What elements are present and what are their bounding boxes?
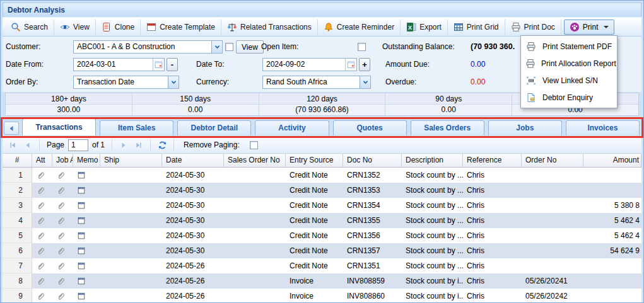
combo-chevron-icon[interactable]	[211, 41, 222, 53]
column-header[interactable]: Att	[32, 154, 52, 167]
memo-icon[interactable]	[73, 258, 100, 273]
toolbar-button[interactable]: Print Doc	[505, 20, 561, 35]
table-row[interactable]: 2 2024-05-30 Credit Note CRN1353 Stock c…	[3, 183, 641, 198]
memo-icon[interactable]	[73, 183, 100, 198]
column-header[interactable]: Amount	[583, 154, 641, 167]
paperclip-icon[interactable]	[32, 243, 52, 258]
toolbar-button[interactable]: Search	[5, 20, 54, 35]
first-page-button[interactable]	[6, 139, 20, 151]
tab[interactable]: Activity	[255, 120, 329, 135]
paperclip-icon[interactable]	[52, 198, 73, 213]
column-header[interactable]: Description	[402, 154, 463, 167]
remove-paging-checkbox[interactable]	[250, 141, 258, 149]
currency-value: Rand South Africa	[263, 76, 360, 88]
table-row[interactable]: 9 2024-05-26 Invoice INV808860 Stock cou…	[3, 289, 641, 302]
toolbar-button[interactable]: Related Transactions	[221, 20, 318, 35]
aging-bucket-value: 0.00	[132, 105, 259, 115]
refresh-button[interactable]	[155, 139, 169, 151]
paperclip-icon[interactable]	[52, 213, 73, 228]
memo-icon[interactable]	[73, 168, 100, 183]
paperclip-icon[interactable]	[52, 183, 73, 198]
tab[interactable]: Item Sales	[100, 120, 173, 135]
open-item-checkbox[interactable]	[358, 43, 366, 51]
tab[interactable]: Jobs	[488, 120, 562, 135]
toolbar-button[interactable]: View	[54, 20, 96, 35]
toolbar-button[interactable]: Print Grid	[448, 20, 505, 35]
paperclip-icon[interactable]	[52, 168, 73, 183]
calendar-icon[interactable]	[345, 59, 356, 71]
tab[interactable]: Sales Orders	[411, 120, 484, 135]
column-header[interactable]: Ship	[100, 154, 162, 167]
calendar-icon[interactable]	[153, 59, 164, 71]
currency-combobox[interactable]: Rand South Africa	[262, 76, 371, 89]
column-header[interactable]: #	[3, 154, 32, 167]
table-row[interactable]: 8 2024-05-26 Invoice INV808859 Stock cou…	[3, 273, 641, 289]
column-header[interactable]: Sales Order No	[224, 154, 286, 167]
memo-icon[interactable]	[73, 289, 100, 302]
column-header[interactable]: Memo	[73, 154, 100, 167]
combo-chevron-icon[interactable]	[168, 76, 179, 88]
print-button[interactable]: Print	[564, 20, 614, 35]
column-header[interactable]: Job At	[52, 154, 73, 167]
table-row[interactable]: 4 2024-05-30 Credit Note CRN1355 Stock c…	[3, 213, 641, 228]
paperclip-icon[interactable]	[32, 273, 52, 289]
menu-item[interactable]: Debtor Enquiry	[521, 89, 617, 106]
paperclip-icon[interactable]	[52, 258, 73, 273]
date-from-decrement-button[interactable]: -	[167, 58, 178, 71]
tab[interactable]: Transactions	[22, 118, 96, 135]
previous-page-button[interactable]	[21, 139, 35, 151]
date-to-increment-button[interactable]: +	[359, 58, 370, 71]
paperclip-icon[interactable]	[32, 289, 52, 302]
memo-icon[interactable]	[73, 228, 100, 243]
table-row[interactable]: 6 2024-05-30 Credit Note CRN1357 Stock c…	[3, 243, 641, 258]
paperclip-icon[interactable]	[32, 198, 52, 213]
customer-combobox[interactable]: ABC001 - A & B Construction	[73, 40, 223, 54]
tab-scroll-left-button[interactable]	[4, 122, 19, 135]
memo-icon[interactable]	[73, 198, 100, 213]
menu-item[interactable]: Print Allocation Report	[521, 55, 617, 72]
table-row[interactable]: 5 2024-05-30 Credit Note CRN1356 Stock c…	[3, 228, 641, 243]
toolbar-button[interactable]: Create Template	[141, 20, 221, 35]
aging-column: 180+ days 300.00	[6, 93, 132, 115]
toolbar-button[interactable]: Create Reminder	[318, 20, 401, 35]
paperclip-icon[interactable]	[52, 228, 73, 243]
paperclip-icon[interactable]	[52, 243, 73, 258]
memo-icon[interactable]	[73, 213, 100, 228]
paperclip-icon[interactable]	[52, 289, 73, 302]
tab[interactable]: Quotes	[333, 120, 407, 135]
menu-item[interactable]: View Linked S/N	[521, 72, 617, 89]
column-header[interactable]: Order No	[522, 154, 583, 167]
menu-item[interactable]: Print Statement PDF	[521, 38, 617, 55]
toolbar-button[interactable]: Clone	[96, 20, 141, 35]
date-to-field[interactable]: 2024-09-02	[262, 58, 357, 71]
page-input[interactable]	[68, 139, 88, 151]
view-customer-button[interactable]: View	[236, 40, 264, 54]
table-row[interactable]: 7 2024-05-26 Credit Note CRN1351 Stock c…	[3, 258, 641, 273]
doc-no-cell: INV808859	[343, 273, 402, 289]
paperclip-icon[interactable]	[32, 168, 52, 183]
memo-icon[interactable]	[73, 243, 100, 258]
next-page-button[interactable]	[117, 139, 131, 151]
description-cell: Stock count by i...	[402, 273, 463, 289]
table-row[interactable]: 3 2024-05-30 Credit Note CRN1354 Stock c…	[3, 198, 641, 213]
table-row[interactable]: 1 2024-05-30 Credit Note CRN1352 Stock c…	[3, 168, 641, 183]
paperclip-icon[interactable]	[32, 228, 52, 243]
paperclip-icon[interactable]	[32, 183, 52, 198]
order-by-combobox[interactable]: Transaction Date	[73, 76, 179, 89]
column-header[interactable]: Reference	[463, 154, 522, 167]
date-from-field[interactable]: 2024-03-01	[73, 58, 165, 71]
toolbar-button[interactable]: X Export	[401, 20, 448, 35]
paperclip-icon[interactable]	[52, 273, 73, 289]
tab[interactable]: Invoices	[566, 120, 640, 135]
last-page-button[interactable]	[132, 139, 146, 151]
tab[interactable]: Debtor Detail	[177, 120, 251, 135]
customer-checkbox[interactable]	[225, 43, 233, 51]
paperclip-icon[interactable]	[32, 213, 52, 228]
paperclip-icon[interactable]	[32, 258, 52, 273]
column-header[interactable]: Doc No	[343, 154, 402, 167]
column-header[interactable]: Entry Source	[286, 154, 343, 167]
column-header[interactable]: Date	[162, 154, 224, 167]
memo-icon[interactable]	[73, 273, 100, 289]
entry-source-cell: Invoice	[286, 289, 343, 302]
combo-chevron-icon[interactable]	[360, 76, 370, 88]
